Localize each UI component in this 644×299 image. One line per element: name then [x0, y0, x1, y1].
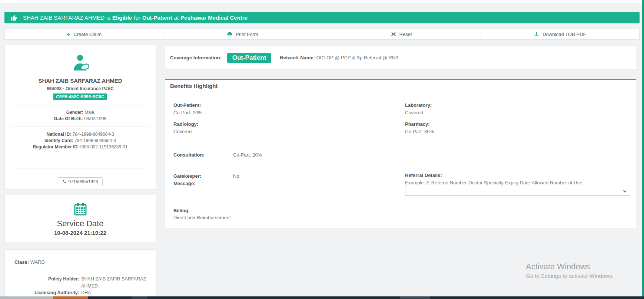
banner-coverage: Out-Patient [142, 14, 172, 21]
network-name-label: Network Name: [280, 55, 315, 60]
person-card-icon [71, 54, 90, 72]
gender-label: Gender: [66, 110, 83, 115]
reset-button[interactable]: Reset [322, 29, 481, 39]
identity-card-row: Identity Card: 784-1998-6049604-3 [5, 138, 156, 144]
member-code-badge: CEF6-452C-8099-BC8C [53, 93, 107, 100]
patient-name: SHAH ZAIB SARFARAZ AHMED [5, 78, 156, 84]
divider [170, 166, 631, 166]
regulator-id-row: Regulator Member ID: I008-002-119136289-… [5, 144, 156, 150]
class-value: WARD [30, 259, 45, 265]
network-name-row: Network Name: OIC-OP @ PCP & Sp Referral… [280, 55, 398, 60]
pharmacy-label: Pharmacy: [405, 121, 429, 127]
national-id-label: National ID: [46, 132, 71, 137]
gatekeeper-label: Gatekeeper: [173, 173, 201, 179]
activate-windows-watermark: Activate Windows Go to Settings to activ… [526, 262, 614, 279]
print-form-label: Print Form [236, 32, 258, 37]
policy-card: Class: WARD Policy Holder: SHAH ZAIB ZAF… [4, 249, 156, 299]
eligibility-banner: SHAH ZAIB SARFARAZ AHMED is Eligible for… [4, 12, 640, 23]
coverage-info-card: Coverage Information: Out-Patient Networ… [165, 46, 636, 70]
reset-label: Reset [399, 32, 412, 37]
printer-icon [227, 32, 232, 37]
right-edge-accent [642, 0, 644, 299]
phone-icon [62, 180, 66, 184]
taskbar-gray-segment [400, 296, 430, 299]
message-label: Message: [173, 181, 195, 186]
regulator-id-value: I008-002-119136289-01 [80, 144, 128, 150]
gender-row: Gender: Male [5, 109, 156, 116]
outpatient-value: Co-Part: 20% [173, 110, 202, 115]
phone-number: 971503551923 [68, 179, 98, 184]
identity-card-label: Identity Card: [44, 138, 73, 143]
phone-button[interactable]: 971503551923 [58, 177, 102, 186]
divider [12, 126, 148, 127]
banner-patient-name: SHAH ZAIB SARFARAZ AHMED [23, 14, 104, 21]
licensing-authority-label: Licensing Authority: [5, 289, 79, 296]
referral-details-label: Referral Details: [405, 172, 442, 178]
top-strip [0, 0, 644, 3]
patient-insurer: INS008 - Orient Insurance PJSC [5, 86, 156, 91]
policy-holder-label: Policy Holder: [5, 276, 79, 289]
service-date-title: Service Date [5, 219, 156, 229]
banner-word: at [174, 14, 179, 21]
taskbar-sliver[interactable] [0, 296, 644, 299]
policy-holder-value: SHAH ZAIB ZAFIR SARFARAZ AHMED . [81, 276, 156, 289]
coverage-info-label: Coverage Information: [170, 55, 222, 60]
radiology-value: Covered [173, 129, 192, 134]
billing-value: Direct and Reimbursement [173, 215, 231, 220]
download-icon [534, 32, 539, 37]
chevron-down-icon [623, 189, 627, 193]
watermark-title: Activate Windows [526, 262, 614, 272]
banner-status: Eligible [112, 14, 132, 21]
gatekeeper-value: No [233, 173, 239, 179]
class-label: Class: [14, 259, 29, 265]
create-claim-button[interactable]: + Create Claim [5, 29, 163, 39]
coverage-badge[interactable]: Out-Patient [227, 53, 272, 63]
watermark-subtitle: Go to Settings to activate Windows. [526, 273, 614, 279]
download-tob-button[interactable]: Download TOB PDF [481, 29, 639, 39]
banner-word: is [106, 14, 110, 21]
licensing-authority-row: Licensing Authority: DHA [5, 289, 156, 296]
banner-word: for [134, 14, 140, 21]
consultation-label: Consultation: [173, 152, 205, 158]
taskbar-orange-segment [53, 296, 88, 299]
benefits-card: Benefits Highlight Out-Patient: Co-Part:… [165, 79, 636, 228]
x-mark-icon [391, 32, 396, 37]
divider [12, 168, 148, 168]
network-name-value: OIC-OP @ PCP & Sp Referral @ RN3 [316, 55, 398, 60]
laboratory-label: Laboratory: [405, 102, 432, 108]
calendar-icon [74, 203, 87, 216]
service-date-card: Service Date 10-08-2024 21:10:22 [4, 195, 156, 242]
consultation-value: Co-Part: 20% [233, 152, 262, 158]
policy-holder-row: Policy Holder: SHAH ZAIB ZAFIR SARFARAZ … [5, 276, 156, 289]
download-tob-label: Download TOB PDF [542, 32, 586, 37]
national-id-row: National ID: 784-1998-6049604-3 [5, 131, 156, 138]
dob-label: Date Of Birth: [54, 116, 83, 121]
benefits-title: Benefits Highlight [165, 80, 636, 92]
regulator-id-label: Regulator Member ID: [33, 144, 79, 150]
gender-value: Male [84, 110, 94, 115]
plus-icon: + [66, 31, 70, 37]
class-row: Class: WARD [14, 259, 156, 265]
laboratory-value: Covered [405, 110, 423, 115]
thumbs-up-icon [10, 14, 18, 22]
billing-label: Billing: [173, 208, 190, 213]
referral-example-text: Example: E-Referral Number-Doctor Specia… [405, 180, 582, 185]
pharmacy-value: Co-Part: 30% [405, 129, 434, 134]
licensing-authority-value: DHA [81, 289, 91, 296]
national-id-value: 784-1998-6049604-3 [72, 132, 114, 137]
referral-select[interactable] [405, 186, 630, 196]
action-toolbar: + Create Claim Print Form Reset Download… [4, 29, 640, 40]
banner-provider: Peshawar Medical Centre [180, 14, 248, 21]
identity-card-value: 784-1998-6049604-3 [74, 138, 116, 143]
radiology-label: Radiology: [173, 121, 198, 127]
outpatient-label: Out-Patient: [173, 102, 201, 108]
patient-card: SHAH ZAIB SARFARAZ AHMED INS008 - Orient… [4, 44, 156, 190]
divider [14, 271, 147, 271]
taskbar-gray-segment [132, 296, 147, 299]
service-date-value: 10-08-2024 21:10:22 [5, 230, 156, 236]
dob-value: 03/02/1998 [84, 116, 106, 121]
divider [12, 105, 148, 105]
create-claim-label: Create Claim [73, 32, 102, 37]
dob-row: Date Of Birth: 03/02/1998 [5, 116, 156, 122]
print-form-button[interactable]: Print Form [163, 29, 322, 39]
